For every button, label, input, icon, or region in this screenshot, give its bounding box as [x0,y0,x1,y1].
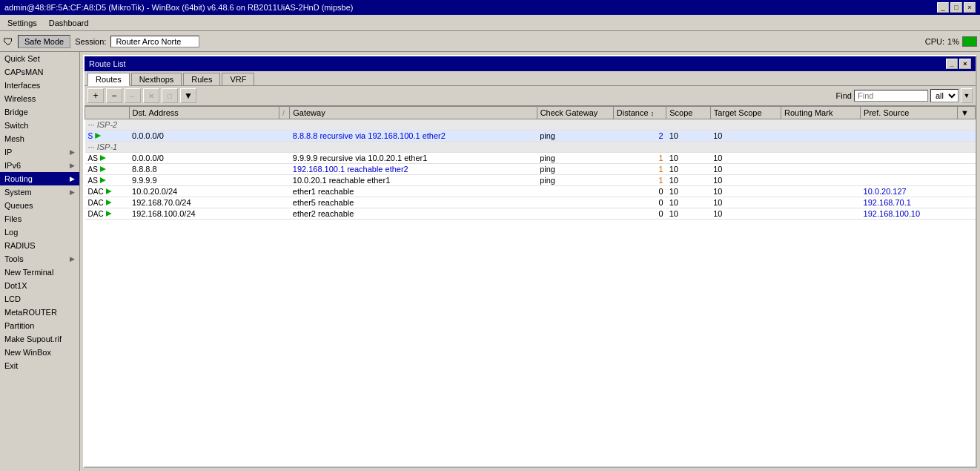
col-header-scope[interactable]: Scope [666,107,711,119]
window-minimize-button[interactable]: _ [946,59,958,69]
col-header-distance[interactable]: Distance ↕ [613,107,666,119]
table-row[interactable]: DAC 192.168.100.0/24 ether2 reachable 0 … [85,208,976,220]
tab-routes[interactable]: Routes [87,73,130,86]
table-row[interactable]: DAC 10.0.20.0/24 ether1 reachable 0 10 1… [85,186,976,197]
col-header-check-gw[interactable]: Check Gateway [537,107,613,119]
sidebar-item-switch[interactable]: Switch [0,119,79,132]
sidebar-item-radius[interactable]: RADIUS [0,239,79,252]
row-flags: AS [85,175,130,186]
column-dropdown-button[interactable]: ▼ [961,88,973,103]
row-pref-source: 192.168.70.1 [861,197,958,208]
menu-settings[interactable]: Settings [3,17,42,29]
remove-button[interactable]: − [106,88,122,103]
row-scope: 10 [666,164,711,175]
sidebar-label-switch: Switch [4,121,28,130]
sidebar-item-tools[interactable]: Tools ▶ [0,252,79,266]
find-input[interactable] [854,90,928,102]
row-pref-source: 10.0.20.127 [861,186,958,197]
flag-icon: DAC [88,188,104,196]
sidebar-item-system[interactable]: System ▶ [0,185,79,199]
row-pref-source [861,131,958,142]
sidebar-item-exit[interactable]: Exit [0,359,79,372]
find-select[interactable]: all [930,89,959,102]
col-header-routing-mark[interactable]: Routing Mark [781,107,860,119]
sidebar-item-new-terminal[interactable]: New Terminal [0,266,79,279]
sidebar-item-routing[interactable]: Routing ▶ [0,172,79,185]
row-extra [958,175,976,186]
shield-icon: 🛡 [3,36,13,47]
sidebar-item-dot1x[interactable]: Dot1X [0,279,79,292]
cpu-bar [962,36,977,47]
col-header-extra[interactable]: ▼ [958,107,976,119]
row-dst: 0.0.0.0/0 [129,153,279,164]
maximize-button[interactable]: □ [950,2,962,13]
row-extra [958,153,976,164]
session-label: Session: [75,37,106,46]
col-header-target-scope[interactable]: Target Scope [710,107,781,119]
find-label: Find [836,91,852,100]
table-row[interactable]: AS 8.8.8.8 192.168.100.1 reachable ether… [85,164,976,175]
safe-mode-button[interactable]: Safe Mode [18,35,70,48]
col-header-dst[interactable]: Dst. Address [129,107,279,119]
window-close-button[interactable]: × [959,59,971,69]
row-pref-source: 192.168.100.10 [861,208,958,220]
sidebar-label-exit: Exit [4,361,18,370]
minimize-button[interactable]: _ [937,2,949,13]
sidebar-item-files[interactable]: Files [0,212,79,225]
row-scope: 10 [666,153,711,164]
row-pref-source [861,175,958,186]
window-controls: _ × [946,59,971,69]
sidebar-item-ipv6[interactable]: IPv6 ▶ [0,159,79,172]
row-extra [958,186,976,197]
flag-icon: AS [88,177,98,185]
row-scope: 10 [666,186,711,197]
flag-icon: AS [88,154,98,162]
active-indicator [100,155,106,161]
sidebar-item-wireless[interactable]: Wireless [0,92,79,105]
title-text: admin@48:8F:5A:CF:A8:D5 (MikroTik) - Win… [4,3,353,12]
row-check-gw: ping [537,153,613,164]
filter-button[interactable]: ▼ [180,88,196,103]
sidebar-item-partition[interactable]: Partition [0,319,79,332]
table-row[interactable]: DAC 192.168.70.0/24 ether5 reachable 0 1… [85,197,976,208]
sidebar-item-ip[interactable]: IP ▶ [0,145,79,159]
sidebar-item-make-supout[interactable]: Make Supout.rif [0,332,79,346]
sidebar-item-interfaces[interactable]: Interfaces [0,79,79,92]
sidebar-label-lcd: LCD [4,294,21,303]
tab-rules[interactable]: Rules [183,73,220,85]
comment-button[interactable]: □ [162,88,178,103]
row-distance: 0 [613,208,666,220]
copy-button[interactable]: ← [125,88,141,103]
col-header-pref-source[interactable]: Pref. Source [861,107,958,119]
col-header-slash: / [279,107,289,119]
table-row[interactable]: AS 9.9.9.9 10.0.20.1 reachable ether1 pi… [85,175,976,186]
sidebar-item-metarouter[interactable]: MetaROUTER [0,306,79,319]
sidebar-item-log[interactable]: Log [0,225,79,239]
tab-vrf[interactable]: VRF [222,73,254,85]
sidebar-item-bridge[interactable]: Bridge [0,105,79,119]
chevron-right-icon-tools: ▶ [70,255,75,263]
table-row[interactable]: AS 0.0.0.0/0 9.9.9.9 recursive via 10.0.… [85,153,976,164]
sidebar-label-new-winbox: New WinBox [4,348,51,357]
sidebar-label-make-supout: Make Supout.rif [4,335,62,343]
sidebar-item-capsman[interactable]: CAPsMAN [0,65,79,79]
sidebar-item-new-winbox[interactable]: New WinBox [0,346,79,359]
col-header-gateway[interactable]: Gateway [290,107,537,119]
tab-nexthops[interactable]: Nexthops [131,73,182,85]
sidebar-item-lcd[interactable]: LCD [0,292,79,306]
col-header-flags[interactable] [85,107,130,119]
table-row[interactable]: S 0.0.0.0/0 8.8.8.8 recursive via 192.16… [85,131,976,142]
sidebar-item-quickset[interactable]: Quick Set [0,52,79,65]
row-slash [279,197,289,208]
sidebar-item-queues[interactable]: Queues [0,199,79,212]
add-button[interactable]: + [87,88,104,103]
menu-dashboard[interactable]: Dashboard [44,17,93,29]
row-routing-mark [781,197,860,208]
reset-button[interactable]: ✕ [143,88,159,103]
close-button[interactable]: × [964,2,976,13]
row-dst: 192.168.70.0/24 [129,197,279,208]
group-header-isp2: ··· ISP-2 [85,119,976,131]
sidebar-item-mesh[interactable]: Mesh [0,132,79,145]
row-scope: 10 [666,175,711,186]
row-target-scope: 10 [710,186,781,197]
